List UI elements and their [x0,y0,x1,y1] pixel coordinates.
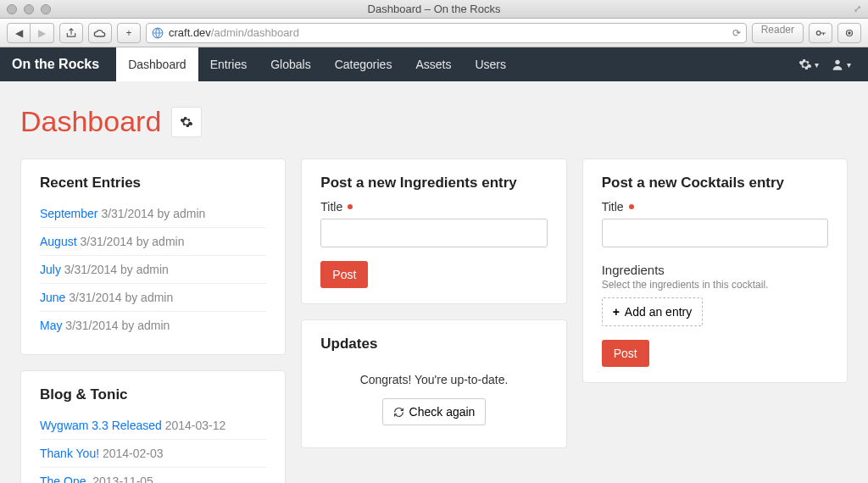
minimize-window-button[interactable] [24,4,34,14]
user-menu-button[interactable]: ▾ [831,58,851,71]
app-nav: On the Rocks Dashboard Entries Globals C… [0,47,868,81]
list-item: June 3/31/2014 by admin [40,283,266,311]
share-icon[interactable] [59,23,83,43]
ingredients-heading: Post a new Ingredients entry [320,175,547,192]
updates-message: Congrats! You're up-to-date. [320,373,547,386]
entry-meta: 3/31/2014 by admin [101,207,205,220]
url-host: craft.dev [169,26,211,39]
cocktails-post-button[interactable]: Post [602,340,649,367]
nav-tab-globals[interactable]: Globals [259,47,322,81]
list-item: Thank You! 2014-02-03 [40,439,266,467]
gear-icon [180,115,193,129]
close-window-button[interactable] [7,4,17,14]
list-item: August 3/31/2014 by admin [40,227,266,255]
browser-toolbar: ◀ ▶ + craft.dev/admin/dashboard ⟳ Reader [0,19,868,47]
recent-entries-panel: Recent Entries September 3/31/2014 by ad… [20,158,286,355]
page-title: Dashboard [20,105,161,138]
list-item: September 3/31/2014 by admin [40,200,266,227]
nav-tab-dashboard[interactable]: Dashboard [116,47,198,81]
blog-tonic-panel: Blog & Tonic Wygwam 3.3 Released 2014-03… [20,370,286,483]
blog-meta: 2014-03-12 [165,419,226,432]
cloud-icon[interactable] [88,23,112,43]
list-item: The One. 2013-11-05 [40,467,266,483]
plus-icon: + [613,305,620,319]
dashboard-grid: Recent Entries September 3/31/2014 by ad… [0,145,868,483]
entry-meta: 3/31/2014 by admin [65,319,170,332]
svg-point-3 [849,31,850,33]
add-entry-button[interactable]: + Add an entry [602,297,704,326]
cocktails-title-label: Title [602,200,828,214]
cocktails-ingredients-label: Ingredients [602,263,828,277]
cocktails-heading: Post a new Cocktails entry [602,175,828,192]
required-indicator-icon [629,204,634,209]
reader-button[interactable]: Reader [752,23,804,43]
cocktails-title-input[interactable] [602,219,828,247]
brand[interactable]: On the Rocks [12,57,99,72]
list-item: May 3/31/2014 by admin [40,311,266,339]
url-bar[interactable]: craft.dev/admin/dashboard ⟳ [146,23,747,43]
updates-panel: Updates Congrats! You're up-to-date. Che… [301,319,566,448]
entry-meta: 3/31/2014 by admin [80,235,184,248]
system-settings-button[interactable]: ▾ [798,58,819,71]
entry-meta: 3/31/2014 by admin [69,291,173,304]
password-icon[interactable] [809,23,832,43]
forward-button[interactable]: ▶ [31,23,54,43]
nav-tab-categories[interactable]: Categories [323,47,404,81]
traffic-lights [7,4,51,14]
add-tab-button[interactable]: + [117,23,141,43]
dashboard-settings-button[interactable] [171,107,202,137]
refresh-icon [393,407,404,418]
entry-link[interactable]: May [40,319,62,332]
settings-icon[interactable] [837,23,861,43]
window-title: Dashboard – On the Rocks [368,3,501,15]
list-item: Wygwam 3.3 Released 2014-03-12 [40,412,266,439]
blog-meta: 2014-02-03 [103,447,164,460]
nav-tab-assets[interactable]: Assets [403,47,463,81]
ingredients-title-input[interactable] [320,219,547,247]
check-again-button[interactable]: Check again [382,398,487,425]
ingredients-title-label: Title [320,200,547,214]
fullscreen-icon[interactable]: ⤢ [854,3,861,14]
entry-meta: 3/31/2014 by admin [64,263,169,276]
entry-link[interactable]: August [40,235,77,248]
updates-heading: Updates [320,336,547,353]
page-header: Dashboard [0,81,868,145]
blog-tonic-heading: Blog & Tonic [40,386,266,403]
recent-entries-heading: Recent Entries [40,175,266,192]
required-indicator-icon [348,204,353,209]
svg-point-4 [835,60,839,64]
zoom-window-button[interactable] [41,4,51,14]
blog-meta: 2013-11-05 [92,475,153,483]
refresh-icon[interactable]: ⟳ [732,27,741,39]
nav-tabs: Dashboard Entries Globals Categories Ass… [116,47,518,81]
blog-link[interactable]: Thank You! [40,447,99,460]
ingredients-form-panel: Post a new Ingredients entry Title Post [301,158,566,304]
entry-link[interactable]: June [40,291,65,304]
mac-window-chrome: Dashboard – On the Rocks ⤢ [0,0,868,19]
url-path: /admin/dashboard [211,26,299,39]
svg-point-1 [816,31,821,35]
blog-link[interactable]: The One. [40,475,89,483]
cocktails-form-panel: Post a new Cocktails entry Title Ingredi… [582,158,848,383]
cocktails-ingredients-help: Select the ingredients in this cocktail. [602,279,828,291]
blog-link[interactable]: Wygwam 3.3 Released [40,419,162,432]
ingredients-post-button[interactable]: Post [320,261,368,288]
list-item: July 3/31/2014 by admin [40,255,266,283]
entry-link[interactable]: September [40,207,97,220]
back-button[interactable]: ◀ [7,23,31,43]
nav-tab-users[interactable]: Users [463,47,518,81]
globe-icon [152,27,164,39]
nav-tab-entries[interactable]: Entries [198,47,259,81]
entry-link[interactable]: July [40,263,61,276]
